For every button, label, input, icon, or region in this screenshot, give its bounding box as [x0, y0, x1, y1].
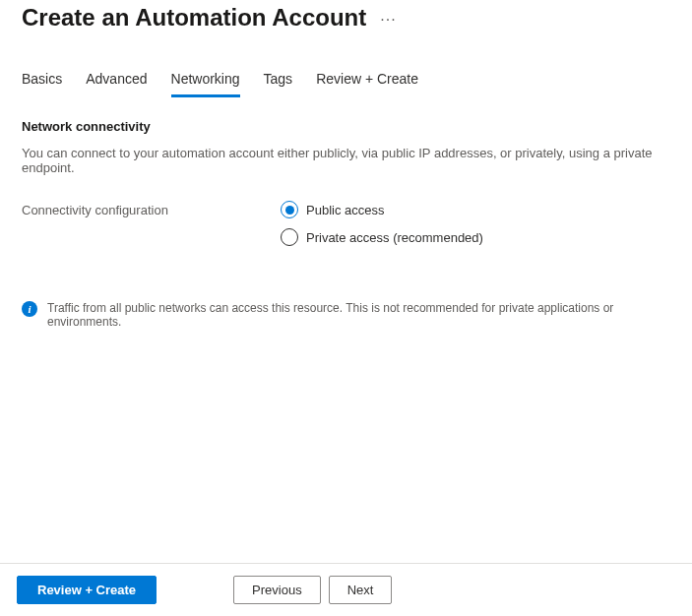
section-heading: Network connectivity: [22, 119, 670, 134]
content-area: Network connectivity You can connect to …: [0, 97, 692, 329]
tab-networking[interactable]: Networking: [171, 71, 240, 97]
radio-unselected-icon: [281, 228, 298, 246]
page-header: Create an Automation Account ···: [0, 0, 692, 31]
tab-basics[interactable]: Basics: [22, 71, 62, 97]
info-message: i Traffic from all public networks can a…: [22, 301, 670, 329]
radio-selected-icon: [281, 201, 298, 218]
radio-private-access[interactable]: Private access (recommended): [281, 228, 483, 246]
info-icon: i: [22, 301, 37, 317]
section-description: You can connect to your automation accou…: [22, 146, 670, 175]
previous-button[interactable]: Previous: [233, 576, 321, 604]
radio-label-public: Public access: [306, 203, 384, 217]
next-button[interactable]: Next: [329, 576, 393, 604]
tab-advanced[interactable]: Advanced: [86, 71, 147, 97]
info-text: Traffic from all public networks can acc…: [47, 301, 670, 329]
footer-bar: Review + Create Previous Next: [0, 563, 692, 616]
tab-bar: Basics Advanced Networking Tags Review +…: [0, 31, 692, 97]
tab-tags[interactable]: Tags: [264, 71, 293, 97]
connectivity-config-row: Connectivity configuration Public access…: [22, 201, 670, 246]
page-title: Create an Automation Account: [22, 4, 366, 31]
review-create-button[interactable]: Review + Create: [17, 576, 157, 604]
radio-public-access[interactable]: Public access: [281, 201, 483, 218]
radio-label-private: Private access (recommended): [306, 230, 483, 245]
connectivity-radio-group: Public access Private access (recommende…: [281, 201, 483, 246]
more-icon[interactable]: ···: [380, 11, 396, 29]
connectivity-config-label: Connectivity configuration: [22, 201, 281, 217]
tab-review-create[interactable]: Review + Create: [316, 71, 418, 97]
